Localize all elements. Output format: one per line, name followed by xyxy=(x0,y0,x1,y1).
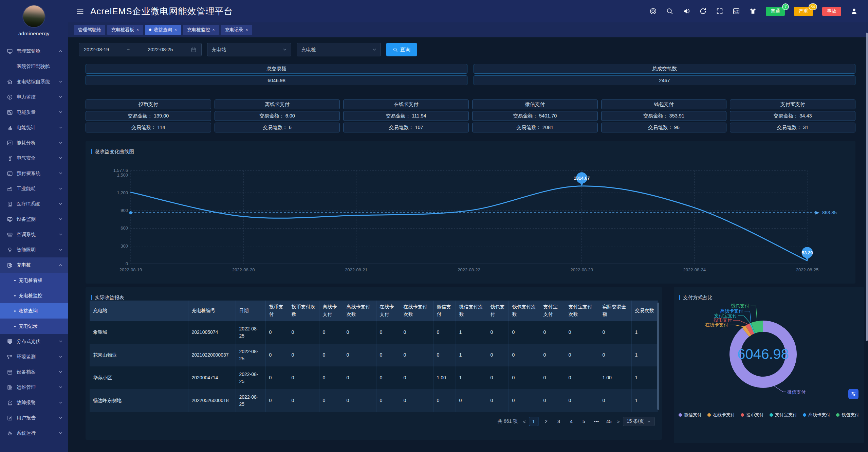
bullet-icon xyxy=(14,295,16,296)
tab-充电桩监控[interactable]: 充电桩监控× xyxy=(183,25,219,35)
sidebar-item-电力监控[interactable]: 电力监控 xyxy=(0,89,68,105)
date-end[interactable]: 2022-08-25 xyxy=(148,47,173,52)
legend-item-离线卡支付[interactable]: 离线卡支付 xyxy=(803,412,830,418)
close-icon[interactable]: × xyxy=(136,28,139,32)
sidebar-subitem-充电桩监控[interactable]: 充电桩监控 xyxy=(0,288,68,303)
table-scrollbar[interactable] xyxy=(657,303,659,410)
topbar: AcrelEMS企业微电网能效管理平台 A文普通7严重84事故 xyxy=(68,0,868,22)
legend-label: 钱包支付 xyxy=(842,412,859,418)
sidebar-item-工业能耗[interactable]: 工业能耗 xyxy=(0,181,68,196)
sidebar-item-医院管理驾驶舱[interactable]: 医院管理驾驶舱 xyxy=(0,59,68,74)
tab-充电记录[interactable]: 充电记录× xyxy=(221,25,252,35)
payment-name: 投币支付 xyxy=(86,100,211,109)
legend-item-钱包支付[interactable]: 钱包支付 xyxy=(836,412,859,418)
table-cell: 2022-08-25 xyxy=(236,321,265,344)
sidebar-item-能耗分析[interactable]: 能耗分析 xyxy=(0,135,68,150)
date-range-input[interactable]: 2022-08-19 ~ 2022-08-25 xyxy=(79,43,202,56)
pie-callout-label: 钱包支付 xyxy=(731,303,750,308)
table-cell: 花果山物业 xyxy=(90,344,188,366)
sidebar-item-电能统计[interactable]: 电能统计 xyxy=(0,120,68,135)
sound-icon[interactable] xyxy=(683,7,690,15)
avatar[interactable] xyxy=(23,5,45,27)
table-cell: 0 xyxy=(265,366,288,389)
pile-select[interactable]: 充电桩 xyxy=(297,43,381,56)
page-button-4[interactable]: 4 xyxy=(567,417,576,426)
prev-page-button[interactable]: < xyxy=(523,419,526,424)
table-title: 实际收益报表 xyxy=(86,287,662,301)
legend-item-微信支付[interactable]: 微信支付 xyxy=(679,412,702,418)
legend-item-投币支付[interactable]: 投币支付 xyxy=(741,412,764,418)
alarm-button-严重[interactable]: 严重84 xyxy=(794,7,813,16)
pie-slice-在线卡支付[interactable] xyxy=(746,330,749,332)
sidebar-subitem-充电记录[interactable]: 充电记录 xyxy=(0,319,68,334)
sidebar-item-环境监测[interactable]: 环境监测 xyxy=(0,349,68,364)
sidebar-item-label: 医院管理驾驶舱 xyxy=(17,64,50,70)
legend-item-支付宝支付[interactable]: 支付宝支付 xyxy=(770,412,797,418)
page-button-45[interactable]: 45 xyxy=(604,417,614,426)
page-button-5[interactable]: 5 xyxy=(579,417,589,426)
fullscreen-icon[interactable] xyxy=(716,7,723,15)
sidebar-item-label: 用户报告 xyxy=(17,415,36,421)
sidebar-item-变电站综自系统[interactable]: 变电站综自系统 xyxy=(0,74,68,89)
page-size-select[interactable]: 15 条/页 xyxy=(623,417,654,426)
sidebar-item-label: 充电桩 xyxy=(17,262,31,268)
page-button-2[interactable]: 2 xyxy=(541,417,551,426)
legend-label: 微信支付 xyxy=(684,412,702,418)
sidebar-item-设备监测[interactable]: 设备监测 xyxy=(0,212,68,227)
menu-toggle-icon[interactable] xyxy=(76,7,84,15)
sidebar-item-智能照明[interactable]: 智能照明 xyxy=(0,242,68,257)
sidebar-subitem-充电桩看板[interactable]: 充电桩看板 xyxy=(0,273,68,288)
sidebar-item-空调系统[interactable]: 空调系统 xyxy=(0,227,68,242)
pie-chart-title: 支付方式占比 xyxy=(674,287,864,301)
close-icon[interactable]: × xyxy=(174,28,177,32)
user-icon[interactable] xyxy=(850,7,858,15)
table-cell: 0 xyxy=(509,389,540,412)
close-icon[interactable]: × xyxy=(246,28,248,32)
sidebar-item-管理驾驶舱[interactable]: 管理驾驶舱 xyxy=(0,43,68,59)
alarm-button-事故[interactable]: 事故 xyxy=(822,7,841,16)
sidebar-item-电气安全[interactable]: 电气安全 xyxy=(0,150,68,166)
tab-充电桩看板[interactable]: 充电桩看板× xyxy=(107,25,143,35)
sidebar-item-医疗IT系统[interactable]: 医疗IT系统 xyxy=(0,196,68,212)
sidebar-item-故障报警[interactable]: 故障报警 xyxy=(0,395,68,410)
sidebar-subitem-收益查询[interactable]: 收益查询 xyxy=(0,303,68,319)
table-column-header: 投币支付次数 xyxy=(288,301,319,321)
chart-settings-button[interactable] xyxy=(848,389,858,399)
table-cell: 0 xyxy=(509,321,540,344)
tab-收益查询[interactable]: 收益查询× xyxy=(145,25,181,35)
sidebar-item-运维管理[interactable]: 运维管理 xyxy=(0,380,68,395)
dashboard-screen-icon[interactable] xyxy=(649,7,657,15)
pie-slice-投币支付[interactable] xyxy=(749,328,752,330)
date-start[interactable]: 2022-08-19 xyxy=(84,47,109,52)
sidebar-item-用户报告[interactable]: 用户报告 xyxy=(0,410,68,426)
tab-管理驾驶舱[interactable]: 管理驾驶舱 xyxy=(74,25,105,35)
sidebar-item-电能质量[interactable]: 电能质量 xyxy=(0,105,68,120)
payment-count: 交易笔数： 107 xyxy=(343,123,469,132)
station-select[interactable]: 充电站 xyxy=(207,43,291,56)
sidebar-scrollbar[interactable] xyxy=(866,33,868,341)
pie-slice-支付宝支付[interactable] xyxy=(752,328,753,328)
translate-icon[interactable]: A文 xyxy=(733,7,740,15)
table-cell: 0 xyxy=(599,389,631,412)
table-cell: 0 xyxy=(540,389,565,412)
page-button-3[interactable]: 3 xyxy=(554,417,564,426)
sidebar-item-预付费系统[interactable]: 预付费系统 xyxy=(0,166,68,181)
legend-item-在线卡支付[interactable]: 在线卡支付 xyxy=(707,412,735,418)
theme-icon[interactable] xyxy=(749,7,757,15)
legend-label: 投币支付 xyxy=(746,412,764,418)
sidebar-item-充电桩[interactable]: 充电桩 xyxy=(0,257,68,273)
search-icon[interactable] xyxy=(666,7,673,15)
next-page-button[interactable]: > xyxy=(617,419,620,424)
search-button[interactable]: 查询 xyxy=(386,43,417,56)
alarm-button-普通[interactable]: 普通7 xyxy=(766,7,785,16)
sidebar-item-系统运行[interactable]: 系统运行 xyxy=(0,426,68,441)
svg-text:2022-08-21: 2022-08-21 xyxy=(345,267,367,272)
pie-slice-钱包支付[interactable] xyxy=(753,326,763,328)
page-button-1[interactable]: 1 xyxy=(529,417,538,426)
payment-amount: 交易金额： 5401.70 xyxy=(472,111,598,121)
sidebar-item-设备档案[interactable]: 设备档案 xyxy=(0,364,68,380)
sidebar-item-分布式光伏[interactable]: 分布式光伏 xyxy=(0,334,68,349)
close-icon[interactable]: × xyxy=(213,28,215,32)
legend-label: 离线卡支付 xyxy=(808,412,830,418)
refresh-icon[interactable] xyxy=(699,7,707,15)
